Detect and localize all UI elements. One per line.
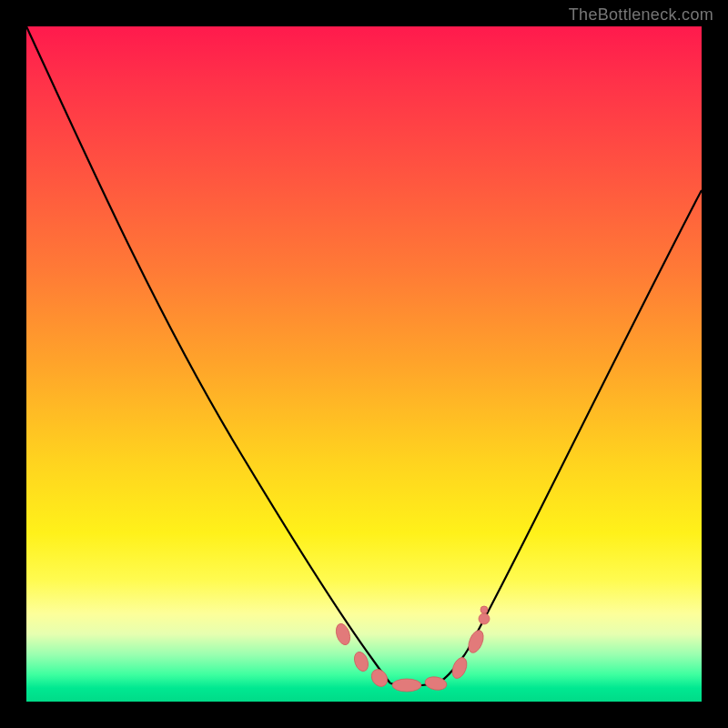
background-gradient (26, 26, 702, 702)
chart-area (26, 26, 702, 702)
watermark-text: TheBottleneck.com (569, 5, 713, 25)
